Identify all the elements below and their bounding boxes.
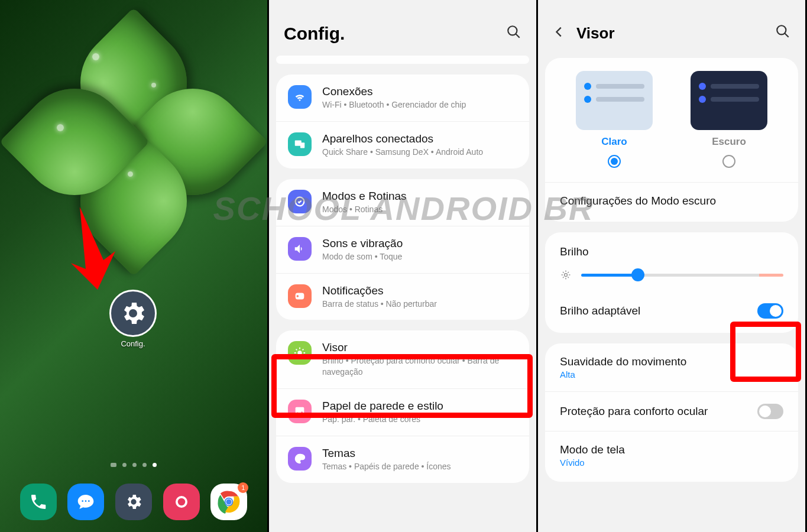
item-title: Modos e Rotinas [322, 190, 517, 203]
annotation-arrow [56, 201, 127, 296]
settings-item-notificacoes[interactable]: Notificações Barra de status • Não pertu… [276, 273, 529, 320]
dock: 1 [0, 484, 267, 520]
settings-list-panel: Config. Conexões Wi-Fi • Bluetooth • Ger… [269, 0, 538, 532]
item-title: Notificações [322, 284, 517, 297]
svg-line-7 [516, 34, 520, 38]
settings-group-display: Visor Brilho • Proteção para conforto oc… [276, 330, 529, 483]
row-value: Alta [560, 369, 686, 379]
svg-point-1 [177, 498, 185, 506]
settings-item-aparelhos[interactable]: Aparelhos conectados Quick Share • Samsu… [276, 121, 529, 168]
chrome-app-icon[interactable]: 1 [210, 484, 247, 520]
item-title: Visor [322, 341, 517, 354]
svg-line-33 [568, 272, 569, 273]
item-subtitle: Brilho • Proteção para conforto ocular •… [322, 355, 517, 378]
theme-preview-dark [691, 71, 767, 130]
messages-app-icon[interactable] [67, 484, 104, 520]
adaptive-brightness-toggle[interactable] [757, 303, 783, 319]
item-subtitle: Modo de som • Toque [322, 251, 517, 262]
item-subtitle: Wi-Fi • Bluetooth • Gerenciador de chip [322, 99, 517, 111]
svg-line-21 [303, 349, 304, 351]
theme-mode-card: Claro Escuro Configurações do Modo escur… [545, 58, 798, 222]
config-app-shortcut[interactable]: Config. [109, 290, 157, 348]
routines-icon [288, 190, 312, 213]
sound-icon [288, 237, 312, 261]
settings-item-modos[interactable]: Modos e Rotinas Modos • Rotinas [276, 179, 529, 226]
back-icon[interactable] [553, 24, 566, 43]
svg-point-12 [297, 295, 299, 297]
home-screen-panel: Config. 1 [0, 0, 269, 532]
settings-item-conexoes[interactable]: Conexões Wi-Fi • Bluetooth • Gerenciador… [276, 74, 529, 121]
themes-icon [288, 447, 312, 471]
theme-label-dark: Escuro [691, 136, 767, 148]
item-title: Conexões [322, 85, 517, 98]
slider-thumb[interactable] [631, 268, 644, 281]
settings-item-papel[interactable]: Papel de parede e estilo Pap. par. • Pal… [276, 388, 529, 436]
row-title: Suavidade do movimento [560, 355, 686, 368]
brightness-icon [560, 269, 572, 281]
eye-comfort-toggle[interactable] [757, 404, 783, 419]
settings-item-sons[interactable]: Sons e vibração Modo de som • Toque [276, 226, 529, 273]
radio-dark[interactable] [722, 155, 735, 168]
settings-app-icon[interactable] [115, 484, 152, 520]
brightness-label: Brilho [560, 245, 783, 258]
item-subtitle: Barra de status • Não perturbar [322, 299, 517, 310]
item-subtitle: Pap. par. • Paleta de cores [322, 414, 517, 425]
settings-group-general: Modos e Rotinas Modos • Rotinas Sons e v… [276, 179, 529, 320]
svg-point-23 [777, 25, 786, 34]
page-indicator[interactable] [111, 463, 157, 467]
screen-mode-row[interactable]: Modo de tela Vívido [545, 431, 798, 479]
theme-preview-light [576, 71, 653, 130]
svg-line-31 [568, 277, 569, 278]
svg-line-18 [296, 349, 297, 351]
theme-option-dark[interactable]: Escuro [691, 71, 767, 170]
row-title: Modo de tela [560, 443, 625, 456]
item-subtitle: Quick Share • Samsung DeX • Android Auto [322, 147, 517, 158]
settings-item-visor[interactable]: Visor Brilho • Proteção para conforto oc… [276, 330, 529, 388]
devices-icon [288, 132, 312, 156]
settings-header: Config. [269, 0, 536, 59]
wallpaper-icon [288, 400, 312, 423]
item-title: Aparelhos conectados [322, 132, 517, 145]
svg-rect-9 [300, 142, 304, 148]
config-app-label: Config. [109, 339, 157, 348]
wallpaper-clover [21, 30, 246, 254]
brightness-card: Brilho Brilho adaptável [545, 232, 798, 333]
display-header: Visor [538, 0, 805, 58]
phone-app-icon[interactable] [20, 484, 57, 520]
svg-line-32 [563, 277, 564, 278]
svg-point-6 [508, 26, 517, 35]
svg-point-25 [565, 274, 568, 277]
item-title: Sons e vibração [322, 237, 517, 250]
settings-item-temas[interactable]: Temas Temas • Papéis de parede • Ícones [276, 436, 529, 483]
dark-mode-settings-row[interactable]: Configurações do Modo escuro [545, 182, 798, 219]
page-title: Config. [284, 24, 345, 44]
notifications-icon [288, 284, 312, 308]
radio-light[interactable] [608, 155, 621, 168]
eye-comfort-row[interactable]: Proteção para conforto ocular [545, 391, 798, 431]
row-value: Vívido [560, 458, 625, 468]
settings-group-connections: Conexões Wi-Fi • Bluetooth • Gerenciador… [276, 74, 529, 168]
adaptive-brightness-row[interactable]: Brilho adaptável [545, 291, 798, 330]
item-subtitle: Temas • Papéis de parede • Ícones [322, 461, 517, 472]
item-title: Temas [322, 447, 517, 460]
row-title: Configurações do Modo escuro [560, 194, 716, 207]
motion-smoothness-row[interactable]: Suavidade do movimento Alta [545, 343, 798, 391]
svg-line-19 [303, 356, 304, 357]
gear-icon [109, 290, 157, 337]
row-title: Brilho adaptável [560, 304, 640, 317]
search-icon[interactable] [506, 24, 521, 44]
theme-label-light: Claro [576, 136, 653, 148]
item-title: Papel de parede e estilo [322, 400, 517, 413]
camera-app-icon[interactable] [163, 484, 200, 520]
theme-option-light[interactable]: Claro [576, 71, 653, 170]
page-title: Visor [576, 24, 764, 43]
row-title: Proteção para conforto ocular [560, 405, 708, 418]
svg-point-5 [226, 499, 232, 504]
brightness-slider[interactable] [581, 274, 783, 277]
item-subtitle: Modos • Rotinas [322, 204, 517, 215]
wifi-icon [288, 85, 312, 109]
notification-badge: 1 [238, 482, 248, 493]
svg-line-30 [563, 272, 564, 273]
search-icon[interactable] [775, 24, 790, 43]
svg-line-20 [296, 356, 297, 357]
